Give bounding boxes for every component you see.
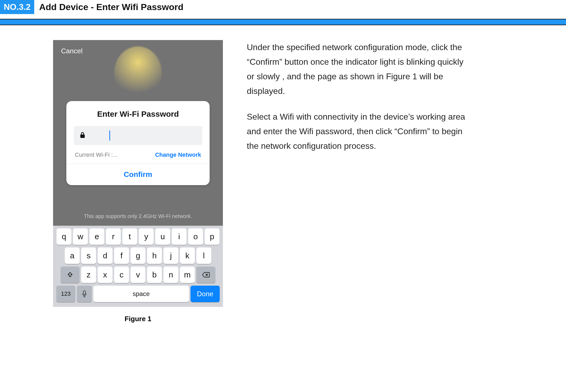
- key-u[interactable]: u: [155, 228, 170, 245]
- svg-rect-0: [83, 291, 85, 294]
- confirm-button[interactable]: Confirm: [66, 164, 210, 185]
- key-g[interactable]: g: [131, 247, 145, 264]
- key-z[interactable]: z: [81, 267, 96, 283]
- current-wifi-label: Current Wi-Fi :...: [75, 151, 118, 158]
- key-y[interactable]: y: [139, 228, 154, 245]
- key-r[interactable]: r: [106, 228, 121, 245]
- key-k[interactable]: k: [180, 247, 195, 264]
- figure-column: Cancel Enter Wi-Fi Password Current Wi-F…: [53, 40, 223, 323]
- key-x[interactable]: x: [98, 267, 113, 283]
- support-note: This app supports only 2.4GHz Wi-Fi netw…: [53, 213, 223, 219]
- text-cursor: [109, 130, 110, 141]
- key-t[interactable]: t: [122, 228, 137, 245]
- lock-icon: [80, 132, 85, 140]
- cancel-button[interactable]: Cancel: [61, 47, 83, 55]
- key-p[interactable]: p: [205, 228, 219, 245]
- wifi-password-card: Enter Wi-Fi Password Current Wi-Fi :... …: [66, 101, 210, 185]
- key-v[interactable]: v: [131, 267, 145, 283]
- key-s[interactable]: s: [81, 247, 96, 264]
- key-b[interactable]: b: [147, 267, 162, 283]
- key-a[interactable]: a: [65, 247, 80, 264]
- keyboard-row-3: z x c v b n m: [55, 267, 221, 283]
- keyboard-row-1: q w e r t y u i o p: [55, 228, 221, 245]
- key-w[interactable]: w: [73, 228, 88, 245]
- password-input[interactable]: [74, 126, 202, 145]
- keyboard-row-2: a s d f g h j k l: [55, 247, 221, 264]
- change-network-link[interactable]: Change Network: [155, 151, 201, 158]
- key-done[interactable]: Done: [191, 286, 220, 302]
- description-paragraph-1: Under the specified network configuratio…: [247, 40, 472, 98]
- key-o[interactable]: o: [188, 228, 203, 245]
- bulb-glow: [114, 46, 162, 99]
- phone-screen-top: Cancel Enter Wi-Fi Password Current Wi-F…: [53, 40, 223, 226]
- section-badge: NO.3.2: [0, 0, 34, 14]
- key-d[interactable]: d: [98, 247, 113, 264]
- description-paragraph-2: Select a Wifi with connectivity in the d…: [247, 110, 472, 153]
- key-space[interactable]: space: [93, 286, 189, 302]
- key-shift[interactable]: [61, 267, 80, 283]
- key-j[interactable]: j: [163, 247, 178, 264]
- key-q[interactable]: q: [57, 228, 71, 245]
- key-l[interactable]: l: [196, 247, 211, 264]
- key-n[interactable]: n: [163, 267, 178, 283]
- description: Under the specified network configuratio…: [247, 40, 472, 164]
- phone-mockup: Cancel Enter Wi-Fi Password Current Wi-F…: [53, 40, 223, 307]
- header: NO.3.2 Add Device - Enter Wifi Password: [0, 0, 566, 14]
- header-divider: [0, 19, 566, 25]
- card-title: Enter Wi-Fi Password: [66, 110, 210, 119]
- key-h[interactable]: h: [147, 247, 162, 264]
- figure-caption: Figure 1: [53, 315, 223, 323]
- key-e[interactable]: e: [89, 228, 104, 245]
- key-f[interactable]: f: [114, 247, 129, 264]
- key-mic[interactable]: [77, 286, 92, 302]
- page-title: Add Device - Enter Wifi Password: [39, 2, 183, 12]
- key-c[interactable]: c: [114, 267, 129, 283]
- key-123[interactable]: 123: [56, 286, 75, 302]
- keyboard: q w e r t y u i o p a s d f g h: [53, 226, 223, 307]
- key-backspace[interactable]: [196, 267, 215, 283]
- key-i[interactable]: i: [172, 228, 187, 245]
- keyboard-row-4: 123 space Done: [55, 286, 221, 302]
- key-m[interactable]: m: [180, 267, 195, 283]
